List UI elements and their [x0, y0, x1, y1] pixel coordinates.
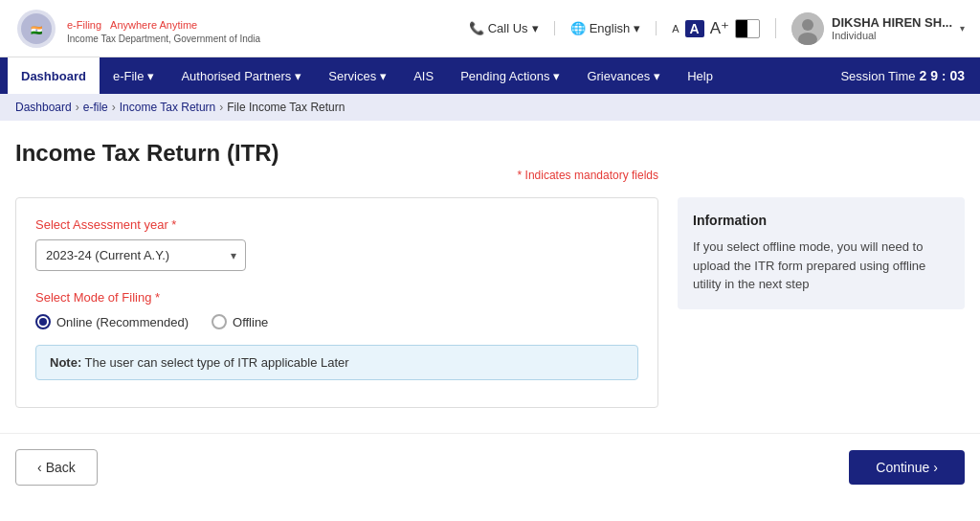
- mode-required: *: [155, 290, 160, 305]
- logo-text: e-Filing Anywhere Anytime Income Tax Dep…: [67, 13, 260, 44]
- efile-chevron-icon: ▾: [147, 69, 154, 83]
- back-arrow-icon: ‹: [37, 460, 42, 475]
- assessment-year-select-wrapper: 2023-24 (Current A.Y.) 2022-23 2021-22 ▾: [35, 239, 246, 271]
- mandatory-note: * Indicates mandatory fields: [15, 169, 965, 182]
- breadcrumb-sep-2: ›: [112, 101, 116, 114]
- breadcrumb-current: File Income Tax Return: [227, 101, 345, 114]
- info-panel-text: If you select offline mode, you will nee…: [693, 238, 949, 294]
- nav-label-help: Help: [687, 69, 713, 83]
- radio-offline-circle: [212, 314, 227, 329]
- logo-area: 🇮🇳 e-Filing Anywhere Anytime Income Tax …: [15, 8, 260, 50]
- continue-label: Continue: [876, 460, 929, 475]
- font-large-button[interactable]: A⁺: [710, 18, 729, 38]
- nav-item-efile[interactable]: e-File ▾: [100, 57, 168, 94]
- info-panel-title: Information: [693, 213, 949, 228]
- svg-text:🇮🇳: 🇮🇳: [31, 24, 43, 36]
- font-medium-button[interactable]: A: [685, 20, 704, 37]
- session-hours: 2: [919, 68, 926, 83]
- lang-chevron-icon: ▾: [634, 21, 640, 35]
- radio-online-label: Online (Recommended): [56, 315, 189, 329]
- user-role: Individual: [832, 30, 952, 41]
- mode-label: Select Mode of Filing *: [35, 290, 638, 305]
- user-area[interactable]: DIKSHA HIREN SH... Individual ▾: [791, 12, 965, 45]
- nav-label-pending-actions: Pending Actions: [460, 69, 549, 83]
- logo-subtitle: Income Tax Department, Government of Ind…: [67, 34, 260, 44]
- nav-item-services[interactable]: Services ▾: [315, 57, 400, 94]
- info-panel: Information If you select offline mode, …: [678, 197, 965, 309]
- header-right: 📞 Call Us ▾ 🌐 English ▾ A A A⁺ DI: [469, 12, 965, 45]
- emblem-icon: 🇮🇳: [15, 8, 57, 50]
- nav-bar: Dashboard e-File ▾ Authorised Partners ▾…: [0, 57, 980, 94]
- breadcrumb: Dashboard › e-file › Income Tax Return ›…: [0, 94, 980, 121]
- nav-label-authorised-partners: Authorised Partners: [181, 69, 291, 83]
- pending-chevron-icon: ▾: [553, 69, 560, 83]
- globe-icon: 🌐: [570, 21, 586, 35]
- nav-item-dashboard[interactable]: Dashboard: [8, 57, 100, 94]
- assessment-year-label: Select Assessment year *: [35, 217, 638, 232]
- nav-label-grievances: Grievances: [587, 69, 650, 83]
- call-chevron-icon: ▾: [532, 21, 539, 35]
- main-content: Income Tax Return (ITR) * Indicates mand…: [0, 121, 980, 418]
- nav-label-dashboard: Dashboard: [21, 69, 86, 83]
- breadcrumb-sep-3: ›: [219, 101, 223, 114]
- content-layout: Select Assessment year * 2023-24 (Curren…: [15, 197, 965, 408]
- page-title: Income Tax Return (ITR): [15, 140, 965, 167]
- logo-efiling: e-Filing Anywhere Anytime: [67, 13, 260, 34]
- nav-label-services: Services: [328, 69, 376, 83]
- partners-chevron-icon: ▾: [295, 69, 301, 83]
- avatar: [791, 12, 824, 45]
- note-box: Note: The user can select type of ITR ap…: [35, 345, 638, 380]
- breadcrumb-efile[interactable]: e-file: [83, 101, 108, 114]
- breadcrumb-sep-1: ›: [76, 101, 79, 114]
- logo-tagline: Anywhere Anytime: [110, 19, 197, 31]
- breadcrumb-dashboard[interactable]: Dashboard: [15, 101, 72, 114]
- note-prefix: Note:: [50, 355, 81, 370]
- services-chevron-icon: ▾: [380, 69, 387, 83]
- radio-group: Online (Recommended) Offline: [35, 314, 638, 329]
- continue-button[interactable]: Continue ›: [849, 450, 965, 485]
- language-label: English: [590, 21, 631, 35]
- radio-offline-label: Offline: [233, 315, 268, 329]
- nav-item-ais[interactable]: AIS: [400, 57, 447, 94]
- call-us-label: Call Us: [488, 21, 528, 35]
- phone-icon: 📞: [469, 21, 484, 35]
- nav-item-help[interactable]: Help: [674, 57, 726, 94]
- session-minutes: 9: [930, 68, 938, 83]
- footer-actions: ‹ Back Continue ›: [0, 433, 980, 501]
- mandatory-asterisk: *: [518, 169, 523, 182]
- svg-point-4: [802, 19, 813, 31]
- user-chevron-icon: ▾: [960, 23, 965, 34]
- session-colon: :: [942, 69, 946, 83]
- breadcrumb-itr[interactable]: Income Tax Return: [120, 101, 216, 114]
- radio-offline[interactable]: Offline: [212, 314, 268, 329]
- nav-item-grievances[interactable]: Grievances ▾: [573, 57, 674, 94]
- contrast-button[interactable]: [735, 19, 760, 38]
- nav-label-efile: e-File: [113, 69, 145, 83]
- session-seconds: 03: [949, 68, 965, 83]
- font-controls: A A A⁺: [672, 18, 776, 38]
- user-info: DIKSHA HIREN SH... Individual: [832, 15, 952, 41]
- session-label: Session Time: [840, 69, 915, 83]
- note-text: The user can select type of ITR applicab…: [85, 355, 349, 370]
- session-timer: Session Time 2 9 : 03: [840, 68, 972, 83]
- back-button[interactable]: ‹ Back: [15, 449, 98, 486]
- back-label: Back: [46, 460, 76, 475]
- radio-online[interactable]: Online (Recommended): [35, 314, 189, 329]
- nav-item-pending-actions[interactable]: Pending Actions ▾: [447, 57, 573, 94]
- assessment-year-select[interactable]: 2023-24 (Current A.Y.) 2022-23 2021-22: [35, 239, 246, 271]
- form-section: Select Assessment year * 2023-24 (Curren…: [15, 197, 658, 408]
- user-name: DIKSHA HIREN SH...: [832, 15, 952, 30]
- call-us-button[interactable]: 📞 Call Us ▾: [469, 21, 555, 35]
- continue-arrow-icon: ›: [933, 460, 938, 475]
- assessment-year-required: *: [171, 217, 176, 232]
- language-selector[interactable]: 🌐 English ▾: [570, 21, 657, 35]
- grievances-chevron-icon: ▾: [654, 69, 660, 83]
- efiling-label: e-Filing: [67, 19, 101, 31]
- radio-online-circle: [35, 314, 51, 329]
- nav-item-authorised-partners[interactable]: Authorised Partners ▾: [167, 57, 315, 94]
- top-header: 🇮🇳 e-Filing Anywhere Anytime Income Tax …: [0, 0, 980, 57]
- mandatory-text: Indicates mandatory fields: [525, 169, 658, 182]
- font-small-button[interactable]: A: [672, 23, 679, 34]
- nav-label-ais: AIS: [413, 69, 434, 83]
